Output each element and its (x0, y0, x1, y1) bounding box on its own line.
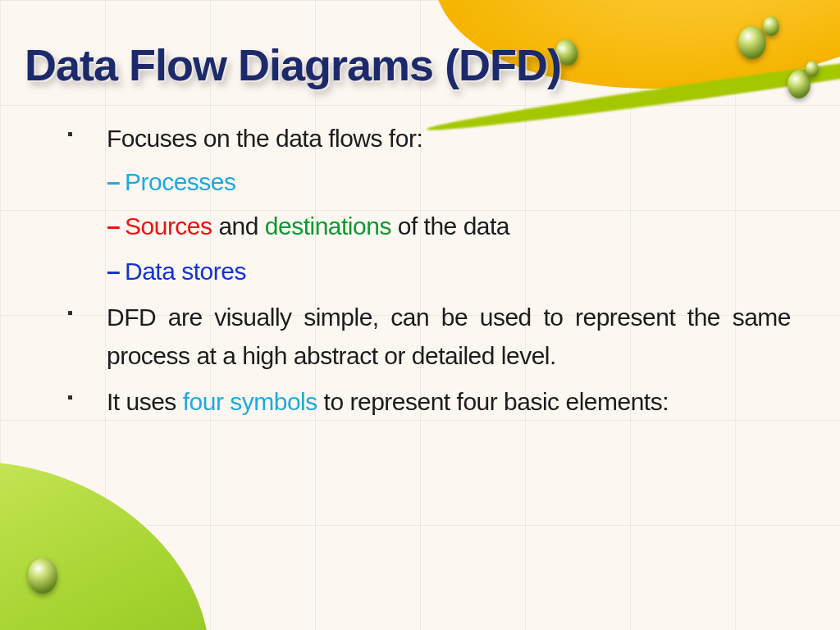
list-item: Focuses on the data flows for: –Processe… (25, 120, 791, 290)
list-item: –Processes (107, 163, 791, 202)
bullet-text-highlight: four symbols (183, 388, 317, 415)
list-item: DFD are visually simple, can be used to … (25, 299, 791, 375)
sub-text-processes: Processes (125, 168, 236, 195)
sub-text-sources: Sources (125, 212, 212, 240)
dash-icon: – (107, 208, 125, 246)
dash-icon: – (107, 163, 125, 202)
sub-list: –Processes –Sources and destinations of … (107, 163, 791, 291)
droplet-icon (28, 558, 57, 594)
dash-icon: – (107, 253, 125, 291)
sub-text-destinations: destinations (265, 212, 391, 240)
list-item: –Data stores (107, 253, 791, 291)
bullet-text-pre: It uses (107, 388, 183, 415)
slide-content: Data Flow Diagrams (DFD) Focuses on the … (0, 0, 840, 422)
slide-title: Data Flow Diagrams (DFD) (25, 39, 791, 90)
sub-text-and: and (212, 212, 265, 240)
list-item: It uses four symbols to represent four b… (25, 383, 791, 422)
list-item: –Sources and destinations of the data (107, 208, 791, 246)
sub-text-ofdata: of the data (391, 212, 509, 240)
bullet-text: Focuses on the data flows for: (107, 125, 422, 152)
sub-text-datastores: Data stores (125, 258, 246, 285)
bullet-text-post: to represent four basic elements: (317, 388, 669, 415)
bullet-list: Focuses on the data flows for: –Processe… (25, 120, 791, 422)
bullet-text: DFD are visually simple, can be used to … (107, 304, 791, 369)
